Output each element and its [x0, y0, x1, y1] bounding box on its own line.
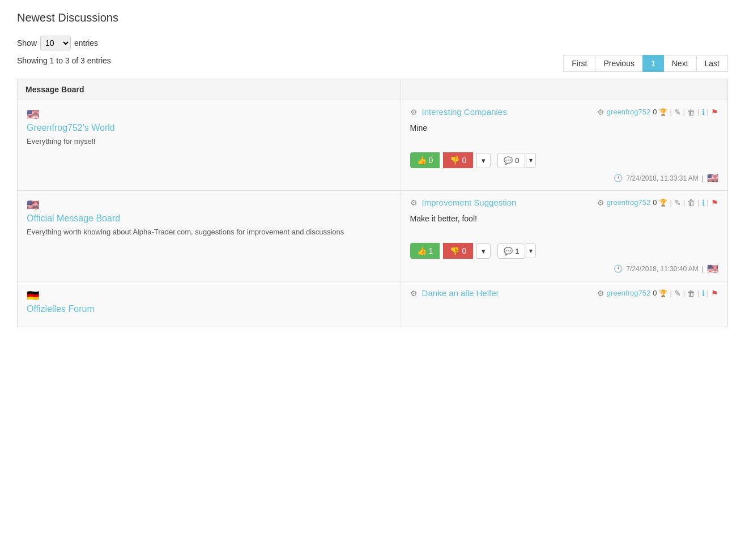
vote-up-1[interactable]: 👍 1 — [410, 243, 440, 259]
table-row: 🇺🇸 Greenfrog752's World Everything for m… — [18, 100, 727, 191]
vote-up-count-0: 0 — [429, 156, 433, 165]
pagination-current[interactable]: 1 — [642, 55, 664, 72]
table-header-row: Message Board — [18, 79, 727, 100]
edit-icon-1[interactable]: ✎ — [674, 198, 681, 207]
post-actions-0: 👍 0 👎 0 ▾ 💬 0 ▾ — [410, 152, 718, 168]
post-trophy-num-0: 0 — [653, 108, 657, 116]
post-username-0[interactable]: greenfrog752 — [607, 108, 650, 116]
show-label: Show — [17, 39, 37, 48]
comment-dropdown-0[interactable]: ▾ — [526, 153, 536, 168]
post-content-0: Mine — [410, 121, 718, 135]
comment-btn-1[interactable]: 💬 1 — [497, 243, 525, 259]
clock-icon-0: 🕐 — [614, 174, 623, 182]
post-cell-1: ⚙ Improvement Suggestion ⚙ greenfrog752 … — [401, 191, 727, 281]
page-title: Newest Discussions — [17, 11, 728, 24]
board-desc-1: Everything worth knowing about Alpha-Tra… — [27, 228, 344, 236]
table-row: 🇩🇪 Offizielles Forum ⚙ Danke an alle Hel… — [18, 281, 727, 327]
post-header-2: ⚙ Danke an alle Helfer ⚙ greenfrog752 0 … — [410, 288, 718, 298]
gear-icon-2: ⚙ — [410, 289, 418, 298]
pagination-previous[interactable]: Previous — [595, 55, 642, 72]
post-timestamp-1: 7/24/2018, 11:30:40 AM — [626, 265, 698, 273]
comment-icon-1: 💬 — [504, 247, 513, 255]
info-icon-0[interactable]: ℹ — [702, 108, 705, 117]
table-header-board: Message Board — [18, 79, 401, 100]
trophy-icon-0: 🏆 — [659, 108, 667, 116]
post-meta-2: ⚙ greenfrog752 0 🏆 | ✎ | 🗑 | ℹ | ⚑ — [597, 289, 718, 298]
flag-icon-0[interactable]: ⚑ — [711, 108, 718, 117]
post-timestamp-0: 7/24/2018, 11:33:31 AM — [626, 174, 698, 182]
pagination-last[interactable]: Last — [696, 55, 728, 72]
board-title-2[interactable]: Offizielles Forum — [27, 304, 391, 314]
board-cell-1: 🇺🇸 Official Message Board Everything wor… — [18, 191, 401, 281]
vote-down-count-1: 0 — [462, 246, 466, 255]
showing-info: Showing 1 to 3 of 3 entries — [17, 56, 111, 65]
pagination: First Previous 1 Next Last — [564, 55, 728, 72]
gear-icon-meta-1: ⚙ — [597, 198, 604, 207]
post-cell-2: ⚙ Danke an alle Helfer ⚙ greenfrog752 0 … — [401, 281, 727, 327]
table-row: 🇺🇸 Official Message Board Everything wor… — [18, 191, 727, 281]
post-title-1[interactable]: Improvement Suggestion — [422, 198, 517, 207]
board-cell-0: 🇺🇸 Greenfrog752's World Everything for m… — [18, 100, 401, 190]
post-footer-0: 🕐 7/24/2018, 11:33:31 AM | 🇺🇸 — [410, 173, 718, 183]
post-username-1[interactable]: greenfrog752 — [607, 198, 650, 207]
comment-btn-0[interactable]: 💬 0 — [497, 153, 525, 168]
post-trophy-num-1: 0 — [653, 198, 657, 207]
post-footer-1: 🕐 7/24/2018, 11:30:40 AM | 🇺🇸 — [410, 263, 718, 274]
controls-row: Show 10 25 50 100 entries — [17, 36, 728, 50]
gear-icon-meta-0: ⚙ — [597, 108, 604, 117]
delete-icon-0[interactable]: 🗑 — [687, 108, 695, 117]
vote-down-0[interactable]: 👎 0 — [443, 152, 473, 168]
board-title-0[interactable]: Greenfrog752's World — [27, 123, 391, 133]
flag-icon-1[interactable]: ⚑ — [711, 198, 718, 207]
post-header-0: ⚙ Interesting Companies ⚙ greenfrog752 0… — [410, 107, 718, 117]
delete-icon-2[interactable]: 🗑 — [687, 289, 695, 298]
clock-icon-1: 🕐 — [614, 264, 623, 273]
edit-icon-2[interactable]: ✎ — [674, 289, 681, 298]
board-flag-0: 🇺🇸 — [27, 108, 391, 121]
flag-icon-2[interactable]: ⚑ — [711, 289, 718, 298]
board-title-1[interactable]: Official Message Board — [27, 213, 391, 224]
post-actions-1: 👍 1 👎 0 ▾ 💬 1 ▾ — [410, 243, 718, 259]
pagination-first[interactable]: First — [563, 55, 595, 72]
post-title-0[interactable]: Interesting Companies — [422, 107, 507, 117]
thumbs-down-icon-0: 👎 — [450, 156, 459, 165]
post-title-2[interactable]: Danke an alle Helfer — [422, 288, 499, 298]
vote-up-0[interactable]: 👍 0 — [410, 152, 440, 168]
trophy-icon-2: 🏆 — [659, 289, 667, 297]
vote-dropdown-0[interactable]: ▾ — [476, 153, 491, 168]
entries-select[interactable]: 10 25 50 100 — [40, 36, 71, 50]
gear-icon-meta-2: ⚙ — [597, 289, 604, 298]
comment-count-1: 1 — [515, 247, 519, 255]
board-desc-0: Everything for myself — [27, 137, 95, 146]
comment-dropdown-1[interactable]: ▾ — [526, 243, 536, 258]
vote-dropdown-1[interactable]: ▾ — [476, 243, 491, 259]
show-entries-control: Show 10 25 50 100 entries — [17, 36, 98, 50]
table-header-label: Message Board — [25, 85, 84, 94]
info-icon-1[interactable]: ℹ — [702, 198, 705, 207]
board-cell-2: 🇩🇪 Offizielles Forum — [18, 281, 401, 327]
pagination-next[interactable]: Next — [663, 55, 697, 72]
discussions-table: Message Board 🇺🇸 Greenfrog752's World Ev… — [17, 79, 728, 327]
entries-label: entries — [74, 39, 98, 48]
thumbs-up-icon-1: 👍 — [417, 246, 427, 255]
post-content-1: Make it better, fool! — [410, 212, 718, 225]
gear-icon-1: ⚙ — [410, 198, 418, 207]
thumbs-down-icon-1: 👎 — [450, 246, 459, 255]
vote-down-1[interactable]: 👎 0 — [443, 243, 473, 259]
post-meta-1: ⚙ greenfrog752 0 🏆 | ✎ | 🗑 | ℹ | ⚑ — [597, 198, 718, 207]
post-trophy-num-2: 0 — [653, 289, 657, 297]
vote-up-count-1: 1 — [429, 246, 433, 255]
thumbs-up-icon-0: 👍 — [417, 156, 427, 165]
post-flag-0: 🇺🇸 — [707, 173, 718, 183]
post-header-1: ⚙ Improvement Suggestion ⚙ greenfrog752 … — [410, 198, 718, 207]
post-username-2[interactable]: greenfrog752 — [607, 289, 650, 297]
post-meta-0: ⚙ greenfrog752 0 🏆 | ✎ | 🗑 | ℹ | ⚑ — [597, 108, 718, 117]
trophy-icon-1: 🏆 — [659, 199, 667, 207]
delete-icon-1[interactable]: 🗑 — [687, 198, 695, 207]
board-flag-2: 🇩🇪 — [27, 289, 391, 302]
info-icon-2[interactable]: ℹ — [702, 289, 705, 298]
gear-icon-0: ⚙ — [410, 108, 418, 117]
edit-icon-0[interactable]: ✎ — [674, 108, 681, 117]
board-flag-1: 🇺🇸 — [27, 199, 391, 211]
table-header-post — [401, 79, 727, 100]
